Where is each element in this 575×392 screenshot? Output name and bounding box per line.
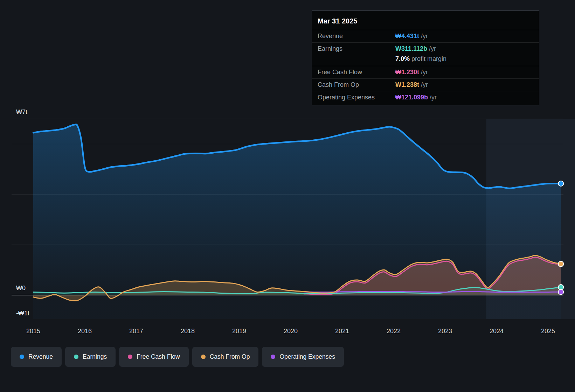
tooltip-suffix: /yr: [419, 69, 428, 76]
legend-item-free-cash-flow[interactable]: Free Cash Flow: [119, 347, 189, 367]
x-axis-tick: 2016: [78, 328, 92, 335]
tooltip-label: Revenue: [318, 33, 395, 40]
x-axis-tick: 2018: [181, 328, 195, 335]
x-axis-tick: 2019: [232, 328, 246, 335]
operating-expenses-dot-icon: [271, 355, 275, 359]
free-cash-flow-dot-icon: [128, 355, 132, 359]
y-axis-label: ₩7t: [16, 108, 27, 115]
tooltip-suffix: /yr: [427, 45, 436, 52]
legend: Revenue Earnings Free Cash Flow Cash Fro…: [11, 347, 344, 367]
tooltip-row-cash-from-op: Cash From Op ₩1.238t /yr: [312, 79, 539, 91]
profit-margin-text: profit margin: [410, 55, 446, 62]
tooltip-row-operating-expenses: Operating Expenses ₩121.099b /yr: [312, 91, 539, 104]
y-axis-label: ₩0: [16, 285, 26, 292]
earnings-dot-icon: [74, 355, 78, 359]
legend-label-cash-from-op: Cash From Op: [210, 353, 250, 360]
legend-item-cash-from-op[interactable]: Cash From Op: [192, 347, 259, 367]
x-axis-tick: 2017: [129, 328, 143, 335]
series-endpoint-cash-from-op: [558, 261, 563, 267]
tooltip-row-free-cash-flow: Free Cash Flow ₩1.230t /yr: [312, 66, 539, 79]
cash-from-op-dot-icon: [201, 355, 206, 359]
x-axis-tick: 2020: [284, 328, 298, 335]
tooltip-suffix: /yr: [419, 81, 428, 88]
revenue-dot-icon: [20, 355, 24, 359]
tooltip-value-cash-from-op: ₩1.238t: [395, 81, 419, 88]
series-endpoint-operating-expenses: [558, 289, 563, 295]
x-axis-tick: 2025: [541, 328, 555, 335]
tooltip-value-earnings: ₩311.112b: [395, 45, 427, 52]
tooltip-date: Mar 31 2025: [312, 14, 539, 30]
legend-label-operating-expenses: Operating Expenses: [279, 353, 335, 360]
x-axis-tick: 2021: [335, 328, 349, 335]
tooltip-suffix: /yr: [428, 94, 437, 101]
tooltip-suffix: /yr: [419, 33, 428, 40]
x-axis-tick: 2015: [26, 328, 40, 335]
legend-label-revenue: Revenue: [28, 353, 53, 360]
tooltip-value-operating-expenses: ₩121.099b: [395, 94, 428, 101]
legend-label-earnings: Earnings: [83, 353, 107, 360]
tooltip-value-free-cash-flow: ₩1.230t: [395, 69, 419, 76]
legend-item-revenue[interactable]: Revenue: [11, 347, 62, 367]
legend-label-free-cash-flow: Free Cash Flow: [137, 353, 180, 360]
tooltip-label: Earnings: [318, 45, 395, 52]
tooltip-label: Cash From Op: [318, 81, 395, 89]
chart-tooltip: Mar 31 2025 Revenue ₩4.431t /yr Earnings…: [312, 10, 539, 105]
series-endpoint-revenue: [558, 181, 563, 186]
legend-item-operating-expenses[interactable]: Operating Expenses: [262, 347, 344, 367]
y-axis-label: -₩1t: [16, 310, 29, 317]
x-axis-tick: 2024: [490, 328, 504, 335]
series-line-operating-expenses: [304, 292, 561, 292]
profit-margin-value: 7.0%: [395, 55, 410, 62]
tooltip-value-revenue: ₩4.431t: [395, 33, 419, 40]
legend-item-earnings[interactable]: Earnings: [65, 347, 116, 367]
tooltip-label: Free Cash Flow: [318, 69, 395, 76]
financials-chart-page: 2015201620172018201920202021202220232024…: [0, 0, 575, 392]
x-axis-tick: 2023: [438, 328, 452, 335]
tooltip-label: Operating Expenses: [318, 94, 395, 101]
tooltip-row-earnings: Earnings ₩311.112b /yr: [312, 43, 539, 55]
tooltip-row-revenue: Revenue ₩4.431t /yr: [312, 30, 539, 43]
tooltip-row-profit-margin: 7.0% profit margin: [312, 55, 539, 66]
x-axis-tick: 2022: [387, 328, 401, 335]
